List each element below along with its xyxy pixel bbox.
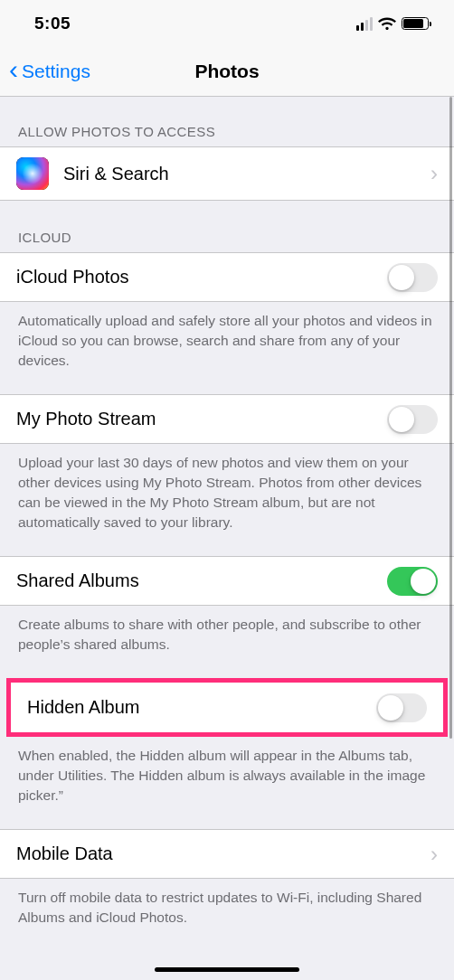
icloud-photos-row[interactable]: iCloud Photos bbox=[0, 252, 454, 302]
scrollbar[interactable] bbox=[449, 97, 452, 739]
back-label: Settings bbox=[22, 61, 90, 82]
hidden-album-toggle[interactable] bbox=[376, 693, 427, 722]
photo-stream-footer: Upload your last 30 days of new photos a… bbox=[0, 444, 454, 556]
hidden-album-label: Hidden Album bbox=[27, 697, 376, 718]
cellular-icon bbox=[356, 17, 374, 31]
content-scroll[interactable]: ALLOW PHOTOS TO ACCESS Siri & Search › I… bbox=[0, 97, 454, 980]
hidden-album-footer: When enabled, the Hidden album will appe… bbox=[0, 737, 454, 829]
status-bar: 5:05 bbox=[0, 0, 454, 47]
photo-stream-toggle[interactable] bbox=[387, 405, 438, 434]
shared-albums-row[interactable]: Shared Albums bbox=[0, 556, 454, 606]
mobile-data-label: Mobile Data bbox=[16, 843, 430, 864]
photo-stream-label: My Photo Stream bbox=[16, 409, 387, 429]
siri-search-row[interactable]: Siri & Search › bbox=[0, 146, 454, 201]
status-icons bbox=[356, 17, 430, 31]
section-header-access: ALLOW PHOTOS TO ACCESS bbox=[0, 97, 454, 146]
hidden-album-row[interactable]: Hidden Album bbox=[11, 683, 443, 732]
home-indicator[interactable] bbox=[155, 967, 299, 972]
wifi-icon bbox=[378, 17, 396, 30]
chevron-left-icon: ‹ bbox=[9, 56, 18, 83]
shared-albums-footer: Create albums to share with other people… bbox=[0, 606, 454, 678]
back-button[interactable]: ‹ Settings bbox=[0, 58, 90, 85]
siri-icon bbox=[16, 157, 49, 190]
chevron-right-icon: › bbox=[430, 161, 438, 186]
icloud-photos-footer: Automatically upload and safely store al… bbox=[0, 302, 454, 394]
mobile-data-footer: Turn off mobile data to restrict updates… bbox=[0, 879, 454, 951]
mobile-data-row[interactable]: Mobile Data › bbox=[0, 829, 454, 879]
siri-label: Siri & Search bbox=[63, 164, 430, 184]
icloud-photos-toggle[interactable] bbox=[387, 263, 438, 292]
highlight-box: Hidden Album bbox=[6, 678, 448, 737]
shared-albums-label: Shared Albums bbox=[16, 570, 387, 591]
nav-bar: ‹ Settings Photos bbox=[0, 47, 454, 97]
icloud-photos-label: iCloud Photos bbox=[16, 267, 387, 287]
shared-albums-toggle[interactable] bbox=[387, 567, 438, 596]
battery-icon bbox=[402, 17, 429, 30]
section-header-icloud: ICLOUD bbox=[0, 201, 454, 252]
status-time: 5:05 bbox=[34, 14, 71, 33]
photo-stream-row[interactable]: My Photo Stream bbox=[0, 394, 454, 444]
chevron-right-icon: › bbox=[430, 842, 438, 867]
